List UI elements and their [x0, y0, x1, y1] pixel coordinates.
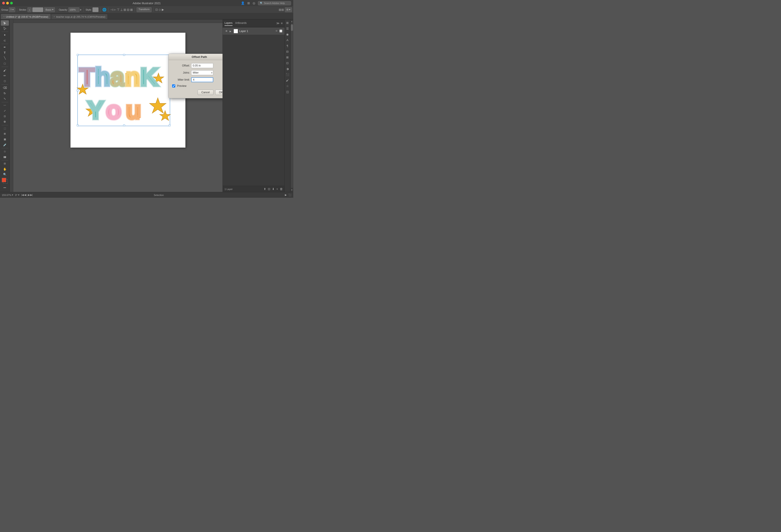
- eraser-button[interactable]: ⌫: [1, 85, 9, 91]
- align-icon-3[interactable]: ⊤: [117, 8, 120, 11]
- more-icon-3[interactable]: ▶: [162, 8, 164, 11]
- panel-menu-button[interactable]: ≡: [281, 21, 283, 25]
- transform-button[interactable]: Transform: [136, 7, 152, 12]
- symbol-button[interactable]: ☆: [1, 149, 9, 154]
- hand-button[interactable]: ✋: [1, 166, 9, 172]
- rotation-dropdown[interactable]: 0° ▾: [15, 193, 19, 196]
- align-icon-1[interactable]: ⊣: [110, 8, 113, 11]
- type-tool-button[interactable]: T: [1, 50, 9, 55]
- artboard-button[interactable]: ⊟: [1, 161, 9, 166]
- new-layer-button[interactable]: +: [276, 187, 278, 191]
- style-swatch[interactable]: [92, 7, 98, 12]
- artboards-tab[interactable]: Artboards: [235, 20, 247, 26]
- align-icon-4[interactable]: ⊥: [120, 8, 123, 11]
- panel-expand-button[interactable]: ≫: [276, 21, 280, 25]
- properties-icon[interactable]: ⊞: [285, 20, 290, 25]
- direct-selection-tool-button[interactable]: [1, 26, 9, 31]
- eyedropper-button[interactable]: 💉: [1, 142, 9, 147]
- stroke-dropdown[interactable]: ↕: [28, 7, 32, 12]
- appearance-icon[interactable]: ◉: [285, 32, 290, 37]
- warp-button[interactable]: 〰: [1, 103, 9, 108]
- offset-input[interactable]: [191, 63, 213, 68]
- paragraph-icon[interactable]: ¶: [285, 43, 290, 48]
- layers-tab[interactable]: Layers: [224, 20, 233, 26]
- more-icon-1[interactable]: ⊡: [155, 8, 158, 11]
- rect-tool-button[interactable]: □: [1, 61, 9, 66]
- canvas-area[interactable]: T h a n K T h a n K Y o: [10, 19, 222, 192]
- vertical-scrollbar[interactable]: ▲ ▼: [290, 19, 293, 192]
- stroke-style-dropdown[interactable]: Basic ▾: [44, 7, 55, 12]
- tab-untitled[interactable]: × Untitled-1* @ 159.67 % (RGB/Preview): [1, 14, 51, 19]
- prev-page-button[interactable]: ◀: [24, 193, 26, 196]
- zoom-dropdown[interactable]: 159.67% ▾: [2, 193, 13, 196]
- align-icon-7[interactable]: ⊠: [130, 8, 133, 11]
- layer-target-icon[interactable]: ⬜: [279, 30, 282, 33]
- maximize-button[interactable]: [10, 2, 13, 4]
- layer-visibility-icon[interactable]: 👁: [225, 29, 228, 33]
- rotate-button[interactable]: ↻: [1, 91, 9, 96]
- globe-icon[interactable]: 🌐: [102, 8, 107, 12]
- delete-layer-button[interactable]: 🗑: [280, 187, 283, 191]
- minimize-button[interactable]: [6, 2, 9, 4]
- arrange-icon[interactable]: ⊞: [247, 1, 250, 5]
- opacity-input[interactable]: [68, 7, 79, 12]
- tab-close-icon[interactable]: ×: [3, 15, 5, 18]
- scroll-track[interactable]: [291, 24, 293, 188]
- zoom-button[interactable]: 🔍: [1, 172, 9, 177]
- shaper-button[interactable]: ⬡: [1, 79, 9, 84]
- shape-builder-button[interactable]: ⊕: [1, 119, 9, 124]
- graphic-styles-icon[interactable]: ◫: [285, 89, 290, 94]
- search-box[interactable]: 🔍 Search Adobe Help: [258, 1, 291, 5]
- workspace-dropdown[interactable]: ⊟▾: [285, 7, 292, 12]
- preview-checkbox[interactable]: [172, 84, 175, 87]
- width-button[interactable]: ⤢: [1, 108, 9, 114]
- new-layer-from-selection-button[interactable]: ⬆: [264, 187, 266, 191]
- pathfinder-icon[interactable]: ⊠: [285, 55, 290, 60]
- joins-select[interactable]: Miter Round Bevel: [191, 70, 213, 75]
- free-transform-button[interactable]: ⊡: [1, 114, 9, 119]
- symbols-icon[interactable]: ☆: [285, 84, 290, 88]
- stop-button[interactable]: ⬛: [288, 193, 291, 196]
- align-icon-2[interactable]: ⊢: [114, 8, 116, 11]
- scale-button[interactable]: ⤡: [1, 96, 9, 101]
- layer-1-row[interactable]: 👁 ▶ Layer 1 👁 ⬜: [223, 28, 284, 35]
- scroll-down-arrow[interactable]: ▼: [291, 188, 293, 191]
- magic-wand-button[interactable]: ✦: [1, 33, 9, 38]
- close-button[interactable]: [2, 2, 5, 4]
- align-icon[interactable]: ⊟: [285, 49, 290, 54]
- pencil-button[interactable]: ✏: [1, 73, 9, 79]
- play-button[interactable]: ▶: [285, 193, 287, 196]
- transform-right-icon[interactable]: ⊡: [285, 60, 290, 65]
- perspective-button[interactable]: ⬚: [1, 126, 9, 131]
- move-selection-to-layer-button[interactable]: ⬇: [272, 187, 275, 191]
- libraries-icon[interactable]: ☰: [285, 26, 290, 31]
- tab-close-icon-2[interactable]: ×: [53, 15, 55, 18]
- more-tools-button[interactable]: •••: [1, 185, 9, 190]
- object-type-dropdown[interactable]: ? ▾: [9, 7, 15, 12]
- lasso-button[interactable]: ⊂: [1, 38, 9, 43]
- last-page-button[interactable]: ▶|: [30, 193, 33, 196]
- line-tool-button[interactable]: ╲: [1, 55, 9, 61]
- layout-icon[interactable]: ⊞⊞: [279, 8, 284, 11]
- account-icon[interactable]: 👤: [241, 1, 245, 5]
- mesh-button[interactable]: ⊞: [1, 131, 9, 137]
- scroll-thumb[interactable]: [291, 24, 293, 31]
- scroll-up-arrow[interactable]: ▲: [291, 20, 293, 23]
- layer-lock-icon[interactable]: 👁: [275, 30, 279, 33]
- color-icon[interactable]: ◑: [285, 66, 290, 71]
- create-new-sublayer-button[interactable]: ⊡: [268, 187, 270, 191]
- fill-chip[interactable]: [2, 178, 6, 182]
- brushes-icon[interactable]: 🖌: [285, 78, 290, 83]
- miter-limit-input[interactable]: [191, 77, 213, 82]
- paintbrush-button[interactable]: 🖌: [1, 68, 9, 73]
- align-icon-6[interactable]: ⊟: [127, 8, 129, 11]
- pen-tool-button[interactable]: ✒: [1, 45, 9, 50]
- layer-expand-icon[interactable]: ▶: [230, 30, 232, 33]
- gradient-button[interactable]: ▦: [1, 137, 9, 142]
- first-page-button[interactable]: |◀: [21, 193, 24, 196]
- more-icon-2[interactable]: ◇: [159, 8, 161, 11]
- ok-button[interactable]: OK: [215, 90, 222, 95]
- tab-teacher-svgs[interactable]: × teacher svgs.ai @ 295.74 % (CMYK/Previ…: [51, 14, 108, 19]
- graph-button[interactable]: ▮▮: [1, 154, 9, 160]
- discovery-icon[interactable]: ◎: [253, 1, 255, 5]
